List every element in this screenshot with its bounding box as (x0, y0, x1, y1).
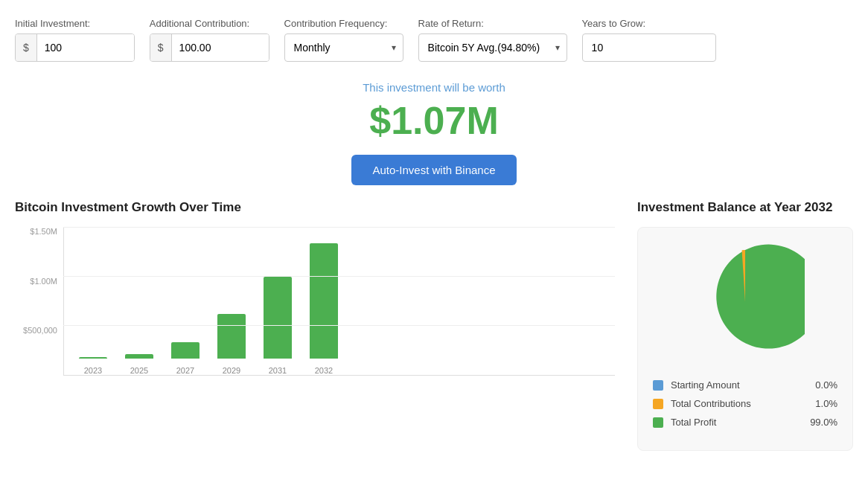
charts-section: Bitcoin Investment Growth Over Time $1.5… (0, 200, 868, 466)
bar-2032: 2032 (310, 243, 338, 375)
years-to-grow-label: Years to Grow: (582, 18, 716, 29)
bar-2031-rect (264, 277, 292, 359)
bar-2032-rect (310, 243, 338, 359)
y-label-1: $1.50M (15, 227, 63, 236)
additional-contribution-input-wrapper: $ (150, 33, 269, 62)
result-label: This investment will be worth (15, 81, 853, 94)
rate-of-return-select-wrapper: Bitcoin 5Y Avg.(94.80%) S&P 500 Avg.(10%… (418, 33, 567, 62)
initial-investment-currency: $ (16, 34, 37, 61)
years-to-grow-input[interactable] (582, 33, 716, 62)
legend-name-total-contributions: Total Contributions (671, 398, 808, 409)
binance-button[interactable]: Auto-Invest with Binance (351, 155, 516, 185)
initial-investment-label: Initial Investment: (15, 18, 135, 29)
legend-dot-orange (653, 399, 663, 409)
bar-2023: 2023 (79, 357, 107, 375)
contribution-frequency-select[interactable]: Daily Weekly Monthly Quarterly Annually (284, 33, 403, 62)
rate-of-return-label: Rate of Return: (418, 18, 567, 29)
initial-investment-group: Initial Investment: $ (15, 18, 135, 62)
y-label-3: $500,000 (15, 326, 63, 335)
bar-chart-container: Bitcoin Investment Growth Over Time $1.5… (15, 200, 615, 398)
additional-contribution-input[interactable] (172, 34, 269, 61)
bar-label-2029: 2029 (223, 366, 240, 375)
pie-legend: Starting Amount 0.0% Total Contributions… (653, 379, 837, 435)
bar-2025-rect (125, 354, 153, 359)
initial-investment-input[interactable] (37, 34, 134, 61)
bar-2029: 2029 (217, 314, 246, 375)
pie-chart-title: Investment Balance at Year 2032 (637, 200, 853, 215)
contribution-frequency-group: Contribution Frequency: Daily Weekly Mon… (284, 18, 403, 62)
legend-pct-starting-amount: 0.0% (815, 379, 837, 391)
pie-wrapper: Starting Amount 0.0% Total Contributions… (637, 227, 853, 451)
result-section: This investment will be worth $1.07M Aut… (0, 74, 868, 200)
bar-2027: 2027 (171, 342, 200, 375)
additional-contribution-currency: $ (150, 34, 172, 61)
bar-label-2032: 2032 (315, 366, 333, 375)
legend-dot-blue (653, 380, 663, 391)
legend-name-total-profit: Total Profit (671, 417, 802, 428)
bar-2027-rect (171, 342, 200, 359)
legend-name-starting-amount: Starting Amount (671, 379, 808, 391)
contribution-frequency-label: Contribution Frequency: (284, 18, 403, 29)
bar-2023-rect (79, 357, 107, 359)
years-to-grow-group: Years to Grow: (582, 18, 716, 62)
additional-contribution-label: Additional Contribution: (150, 18, 269, 29)
legend-total-contributions: Total Contributions 1.0% (653, 398, 837, 409)
bar-2031: 2031 (264, 277, 292, 375)
rate-of-return-group: Rate of Return: Bitcoin 5Y Avg.(94.80%) … (418, 18, 567, 62)
bar-label-2023: 2023 (84, 366, 102, 375)
pie-svg-wrap (686, 243, 805, 365)
pie-slice-green (716, 245, 805, 349)
contribution-frequency-select-wrapper: Daily Weekly Monthly Quarterly Annually … (284, 33, 403, 62)
initial-investment-input-wrapper: $ (15, 33, 135, 62)
bar-label-2025: 2025 (130, 366, 148, 375)
bar-label-2027: 2027 (176, 366, 194, 375)
bar-2029-rect (217, 314, 246, 359)
top-inputs: Initial Investment: $ Additional Contrib… (0, 0, 868, 74)
rate-of-return-select[interactable]: Bitcoin 5Y Avg.(94.80%) S&P 500 Avg.(10%… (418, 33, 567, 62)
bar-chart: $1.50M $1.00M $500,000 2023 (15, 227, 615, 398)
legend-pct-total-profit: 99.0% (810, 417, 837, 428)
legend-pct-total-contributions: 1.0% (815, 398, 837, 409)
legend-total-profit: Total Profit 99.0% (653, 417, 837, 428)
legend-starting-amount: Starting Amount 0.0% (653, 379, 837, 391)
legend-dot-green (653, 417, 663, 428)
y-label-2: $1.00M (15, 277, 63, 286)
bar-chart-title: Bitcoin Investment Growth Over Time (15, 200, 615, 215)
pie-chart-container: Investment Balance at Year 2032 (615, 200, 853, 451)
bar-2025: 2025 (125, 354, 153, 375)
pie-chart-svg (686, 243, 805, 362)
additional-contribution-group: Additional Contribution: $ (150, 18, 269, 62)
bar-label-2031: 2031 (269, 366, 287, 375)
result-value: $1.07M (15, 98, 853, 143)
